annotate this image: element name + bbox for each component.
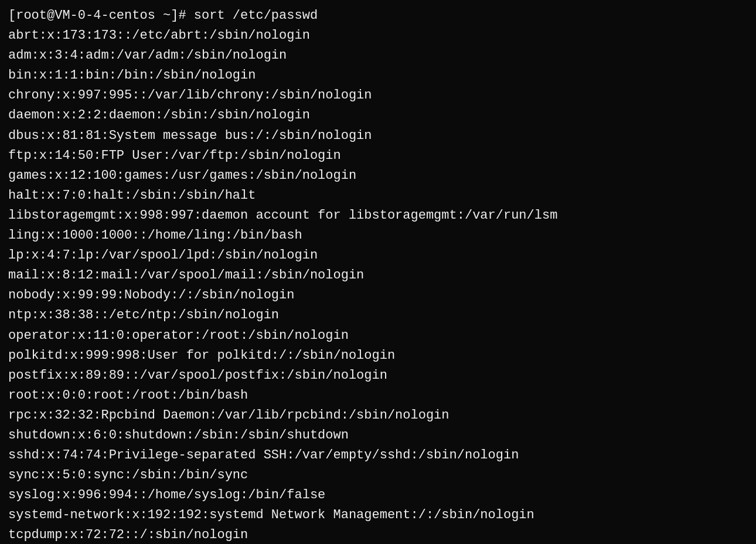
terminal-line: rpc:x:32:32:Rpcbind Daemon:/var/lib/rpcb… [8,406,748,426]
terminal-line: postfix:x:89:89::/var/spool/postfix:/sbi… [8,366,748,386]
terminal-line: mail:x:8:12:mail:/var/spool/mail:/sbin/n… [8,266,748,285]
terminal-line: bin:x:1:1:bin:/bin:/sbin/nologin [8,66,748,86]
terminal-line: dbus:x:81:81:System message bus:/:/sbin/… [8,126,748,146]
terminal-output: abrt:x:173:173::/etc/abrt:/sbin/nologina… [8,26,748,544]
terminal-line: adm:x:3:4:adm:/var/adm:/sbin/nologin [8,46,748,66]
terminal-line: games:x:12:100:games:/usr/games:/sbin/no… [8,166,748,186]
terminal-line: lp:x:4:7:lp:/var/spool/lpd:/sbin/nologin [8,246,748,266]
terminal-line: tcpdump:x:72:72::/:sbin/nologin [8,525,748,544]
terminal-line: chrony:x:997:995::/var/lib/chrony:/sbin/… [8,86,748,106]
terminal-window[interactable]: [root@VM-0-4-centos ~]# sort /etc/passwd… [0,0,756,544]
terminal-line: root:x:0:0:root:/root:/bin/bash [8,386,748,406]
terminal-line: abrt:x:173:173::/etc/abrt:/sbin/nologin [8,26,748,46]
terminal-line: operator:x:11:0:operator:/root:/sbin/nol… [8,326,748,346]
prompt-line: [root@VM-0-4-centos ~]# sort /etc/passwd [8,6,748,26]
terminal-line: shutdown:x:6:0:shutdown:/sbin:/sbin/shut… [8,426,748,446]
terminal-line: polkitd:x:999:998:User for polkitd:/:/sb… [8,346,748,366]
terminal-line: libstoragemgmt:x:998:997:daemon account … [8,206,748,226]
terminal-line: syslog:x:996:994::/home/syslog:/bin/fals… [8,485,748,505]
terminal-line: daemon:x:2:2:daemon:/sbin:/sbin/nologin [8,106,748,125]
terminal-line: nobody:x:99:99:Nobody:/:/sbin/nologin [8,285,748,305]
terminal-line: ftp:x:14:50:FTP User:/var/ftp:/sbin/nolo… [8,146,748,166]
terminal-line: systemd-network:x:192:192:systemd Networ… [8,505,748,525]
terminal-line: sync:x:5:0:sync:/sbin:/bin/sync [8,465,748,485]
terminal-line: halt:x:7:0:halt:/sbin:/sbin/halt [8,186,748,206]
terminal-line: ntp:x:38:38::/etc/ntp:/sbin/nologin [8,305,748,325]
terminal-line: sshd:x:74:74:Privilege-separated SSH:/va… [8,446,748,465]
terminal-line: ling:x:1000:1000::/home/ling:/bin/bash [8,226,748,246]
